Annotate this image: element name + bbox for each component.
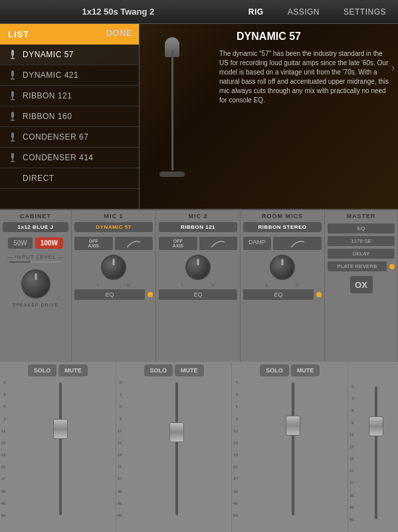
room-damp-button[interactable]: DAMP [243,237,271,250]
mic2-solo-button[interactable]: SOLO [144,364,173,376]
room-eq-button[interactable]: EQ [243,289,314,300]
mic-info-title: DYNAMIC 57 [146,31,391,43]
mic-icon [8,112,17,121]
master-reverb-button[interactable]: PLATE REVERB [328,261,387,271]
room-r-label: R [296,283,299,287]
mixer-top-section: CABINET 1x12 BLUE J 50W 100W — INPUT LEV… [0,209,398,362]
master-fader-scale: 0 3 6 9 12 15 18 21 27 36 46 60 [349,383,355,523]
master-label: MASTER [347,213,376,219]
master-fader-channel: 0 3 6 9 12 15 18 21 27 36 46 60 [348,362,398,532]
cabinet-channel: CABINET 1x12 BLUE J 50W 100W — INPUT LEV… [0,210,72,362]
done-button[interactable]: DONE [106,28,132,38]
svg-rect-12 [11,132,14,138]
mic2-fader-scale: 0 3 6 9 12 15 18 21 27 36 46 60 [118,379,124,519]
list-item-condenser414[interactable]: CONDENSER 414 [0,148,139,168]
mic1-selector[interactable]: DYNAMIC 57 [74,222,153,232]
mic1-fader-track [59,382,62,515]
room-fader-channel: SOLO MUTE 0 3 6 9 12 15 18 21 27 36 46 6… [232,362,348,532]
room-eq-row: EQ [243,289,322,300]
list-item-label: CONDENSER 67 [23,132,88,142]
list-item-label: RIBBON 160 [23,112,72,121]
mic1-off-axis-button[interactable]: OFFAXIS [74,237,113,250]
tab-rig[interactable]: RIG [237,0,276,24]
mic2-selector[interactable]: RIBBON 121 [159,222,237,232]
tab-assign[interactable]: ASSIGN [276,0,332,24]
mic2-mute-button[interactable]: MUTE [175,364,204,376]
tab-settings[interactable]: SETTINGS [332,0,398,24]
cabinet-label: CABINET [20,213,51,219]
master-delay-button[interactable]: DELAY [328,249,395,259]
list-item-label: DIRECT [23,174,54,183]
input-level-label: — INPUT LEVEL — [7,254,64,260]
mic2-fader-handle[interactable] [169,422,184,442]
mic1-channel: MIC 1 DYNAMIC 57 OFFAXIS L R EQ [72,210,156,362]
speaker-drive-knob[interactable] [21,269,50,299]
room-l-label: L [266,283,268,287]
app-header: 1x12 50s Twang 2 RIG ASSIGN SETTINGS [0,0,398,24]
mic-icon [8,70,17,80]
svg-rect-0 [11,50,14,56]
mic2-lr-labels: L R [181,283,215,287]
mic1-eq-row: EQ [74,289,153,300]
master-1176-button[interactable]: 1176 SE [328,236,395,246]
list-item-ribbon121[interactable]: RIBBON 121 [0,86,139,106]
preset-title: 1x12 50s Twang 2 [0,7,237,17]
nav-tabs: RIG ASSIGN SETTINGS [237,0,398,24]
mic-list-overlay: LIST DONE DYNAMIC 57 DYNAMIC 421 RIBBON … [0,24,140,209]
master-fader-track-container [355,383,397,523]
list-item-direct[interactable]: DIRECT [0,168,139,189]
room-eq-active-dot [316,292,322,297]
mic2-off-axis-button[interactable]: OFFAXIS [159,237,197,250]
list-item-label: DYNAMIC 421 [23,70,78,80]
mic1-fader-channel: SOLO MUTE 0 3 6 9 12 15 18 21 27 36 46 6… [0,362,116,532]
mic1-fader-track-container [7,379,114,519]
mic1-l-label: L [97,283,100,287]
power-buttons: 50W 100W [8,237,63,249]
svg-rect-3 [11,70,14,76]
power-100w-button[interactable]: 100W [35,237,63,249]
mic1-r-label: R [127,283,130,287]
mic1-pan-knob[interactable] [101,255,126,280]
master-fader-area: 0 3 6 9 12 15 18 21 27 36 46 60 [349,383,397,529]
ox-button[interactable]: OX [349,275,373,294]
next-arrow-icon[interactable]: › [391,62,395,74]
room-mute-button[interactable]: MUTE [291,364,320,376]
mic1-solo-mute: SOLO MUTE [28,364,88,376]
mic2-eq-button[interactable]: EQ [159,289,237,300]
cabinet-selector[interactable]: 1x12 BLUE J [3,222,68,232]
list-item-dynamic421[interactable]: DYNAMIC 421 [0,65,139,86]
room-pan-knob[interactable] [270,255,295,280]
master-reverb-item: PLATE REVERB [328,261,395,271]
power-50w-button[interactable]: 50W [8,237,33,249]
mic2-fader-channel: SOLO MUTE 0 3 6 9 12 15 18 21 27 36 46 6… [116,362,233,532]
master-eq-button[interactable]: EQ [328,223,395,233]
mic2-pan-knob[interactable] [185,255,211,280]
mic2-axis-buttons: OFFAXIS [159,237,237,250]
list-item-condenser67[interactable]: CONDENSER 67 [0,127,139,148]
master-eq-item: EQ [328,223,395,233]
master-delay-item: DELAY [328,249,395,259]
room-fader-track-container [239,379,346,519]
room-fader-handle[interactable] [286,416,300,436]
mic1-lr-labels: L R [97,283,130,287]
room-solo-button[interactable]: SOLO [260,364,289,376]
mic2-curve-button[interactable] [199,237,238,250]
mic1-curve-button[interactable] [115,237,153,250]
room-curve-button[interactable] [273,237,322,250]
mic1-fader-handle[interactable] [53,419,68,439]
mic1-eq-button[interactable]: EQ [74,289,145,300]
mic2-eq-row: EQ [159,289,237,300]
list-item-ribbon160[interactable]: RIBBON 160 [0,106,139,127]
mic1-fader-area: 0 3 6 9 12 15 18 21 27 36 46 60 [1,379,114,529]
room-mics-selector[interactable]: RIBBON STEREO [243,222,322,232]
master-fader-track [375,386,377,519]
list-item-dynamic57[interactable]: DYNAMIC 57 [0,45,139,65]
mic1-label: MIC 1 [104,213,123,219]
direct-icon [8,174,17,183]
mic1-fader-scale: 0 3 6 9 12 15 18 21 27 36 46 60 [1,379,7,519]
master-reverb-dot [389,264,395,269]
mic1-mute-button[interactable]: MUTE [58,364,88,376]
master-fader-handle[interactable] [369,416,383,436]
mic1-solo-button[interactable]: SOLO [28,364,57,376]
room-lr-labels: L R [266,283,299,287]
